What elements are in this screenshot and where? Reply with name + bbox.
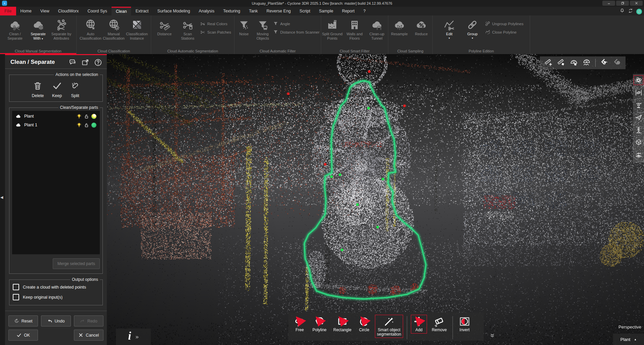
status-green-icon[interactable] [636, 9, 642, 14]
parts-row-plant-1[interactable]: Plant 1 [12, 121, 100, 129]
tab-coord-sys[interactable]: Coord Sys [83, 7, 111, 15]
tool-smart-object-segmentation[interactable]: Smart object segmentation [375, 315, 403, 338]
protractor-polyline-button[interactable] [583, 58, 591, 68]
ribbon-button-classification-instance[interactable]: ClassificationInstance [125, 17, 148, 54]
tab-tank[interactable]: Tank [245, 7, 262, 15]
keep-button[interactable]: Keep [52, 81, 62, 98]
viewport-3d[interactable]: FreePolylineRectangleCircleSmart object … [107, 54, 644, 345]
tab-reverse-eng[interactable]: Reverse Eng [262, 7, 295, 15]
toolbar-collapse-chevron-icon[interactable] [490, 333, 495, 339]
ribbon-button-edit[interactable]: Edit▾ [438, 17, 461, 54]
merge-selected-parts-button[interactable]: Merge selected parts [53, 258, 100, 269]
lock-open-icon[interactable] [84, 114, 89, 119]
projection-label[interactable]: Perspective [618, 325, 641, 330]
measure-add-button[interactable] [544, 58, 552, 68]
tool-free[interactable]: Free [292, 315, 308, 334]
ribbon-button-close-polyline[interactable]: Close Polyline [485, 29, 517, 35]
look-around-button[interactable] [634, 100, 643, 110]
ribbon-button-group[interactable]: Group▾ [461, 17, 484, 54]
checkbox-box[interactable] [13, 294, 19, 300]
pick-sphere-button[interactable] [613, 58, 621, 68]
tab-cloudworx[interactable]: CloudWorx [54, 7, 83, 15]
ribbon-button-ungroup-polylines[interactable]: Ungroup Polylines [485, 21, 523, 27]
tab-texturing[interactable]: Texturing [219, 7, 245, 15]
tab-script[interactable]: Script [295, 7, 315, 15]
walk-button[interactable] [634, 125, 643, 134]
tab-help[interactable]: ? [359, 7, 370, 15]
info-box[interactable]: i » [116, 329, 151, 345]
point-cloud-canvas[interactable] [107, 54, 644, 345]
reset-button[interactable]: Reset [8, 315, 38, 327]
info-icon[interactable]: i [128, 330, 131, 342]
undo-button[interactable]: Undo [41, 315, 71, 327]
ribbon-button-manual-classification[interactable]: ManualClassification [102, 17, 125, 54]
ribbon-button-moving-objects[interactable]: MovingObjects [253, 17, 272, 54]
parts-list[interactable]: PlantPlant 1 [12, 111, 100, 254]
ribbon-button-distance-from-scanner[interactable]: Distance from Scanner [273, 29, 319, 35]
tab-report[interactable]: Report [338, 7, 359, 15]
panel-collapse-arrow[interactable]: ◀ [0, 195, 3, 200]
visibility-bulb-icon[interactable] [77, 123, 82, 128]
tab-clean[interactable]: Clean [112, 7, 131, 15]
tab-sample[interactable]: Sample [315, 7, 338, 15]
view-selector[interactable]: Plant ▲ [613, 334, 644, 345]
tool-polyline[interactable]: Polyline [310, 315, 329, 334]
tab-view[interactable]: View [36, 7, 54, 15]
tab-home[interactable]: Home [16, 7, 36, 15]
close-button[interactable] [630, 1, 643, 6]
ribbon-button-separate-with[interactable]: SeparateWith ▾ [27, 17, 50, 54]
ok-button[interactable]: OK [8, 330, 38, 341]
ribbon-button-distance[interactable]: Distance [153, 17, 176, 54]
bell-icon[interactable] [619, 8, 625, 15]
ribbon-button-scan-patches[interactable]: Scan Patches [200, 29, 231, 35]
fly-button[interactable] [634, 113, 643, 122]
tool-add[interactable]: Add [411, 315, 427, 334]
ribbon-button-reduce[interactable]: Reduce [411, 17, 433, 54]
tool-rectangle[interactable]: Rectangle [331, 315, 353, 334]
orbit-button[interactable] [634, 76, 643, 85]
orbit-constrained-button[interactable] [634, 88, 643, 97]
checkbox-create-a-cloud-with-deleted-points[interactable]: Create a cloud with deleted points [13, 284, 99, 290]
app-logo-icon[interactable]: ‹ [2, 1, 7, 6]
part-color-swatch[interactable] [91, 123, 96, 128]
tab-extract[interactable]: Extract [131, 7, 153, 15]
ribbon-button-noise[interactable]: Noise [234, 17, 253, 54]
sync-icon[interactable] [628, 8, 633, 15]
minimize-button[interactable] [602, 1, 615, 6]
tab-analysis[interactable]: Analysis [195, 7, 219, 15]
view-cube-button[interactable] [634, 138, 643, 147]
ribbon-button-split-ground-points[interactable]: Split GroundPoints [321, 17, 343, 54]
ribbon-button-resample[interactable]: Resample [388, 17, 411, 54]
restore-button[interactable] [616, 1, 629, 6]
ribbon-button-auto-classification[interactable]: AutoClassification [79, 17, 102, 54]
redo-button[interactable]: Redo [74, 315, 103, 327]
comment-icon[interactable] [69, 58, 77, 68]
ribbon-button-separate-by-attributes[interactable]: Separate byAttributes [50, 17, 73, 54]
ribbon-button-angle[interactable]: Angle [273, 21, 290, 27]
help-icon[interactable] [94, 58, 102, 68]
turntable-button[interactable] [634, 150, 643, 159]
ribbon-button-walls-and-floors[interactable]: Walls andFloors [343, 17, 366, 54]
measure-box-button[interactable] [557, 58, 565, 68]
protractor-box-button[interactable] [570, 58, 578, 68]
ribbon-button-clean-up-tunnel[interactable]: Clean-upTunnel [366, 17, 388, 54]
ribbon-button-real-colors[interactable]: Real Colors [200, 21, 227, 27]
ribbon-button-clean-separate[interactable]: Clean /Separate [3, 17, 27, 54]
tool-remove[interactable]: Remove [430, 315, 449, 334]
checkbox-box[interactable] [13, 284, 19, 290]
delete-button[interactable]: Delete [32, 81, 44, 98]
tool-circle[interactable]: Circle [356, 315, 372, 334]
parts-row-plant[interactable]: Plant [12, 112, 100, 121]
checkbox-keep-original-input-s[interactable]: Keep original input(s) [13, 294, 99, 300]
cancel-button[interactable]: Cancel [74, 330, 103, 341]
visibility-bulb-icon[interactable] [77, 114, 82, 119]
tab-file[interactable]: File [0, 7, 16, 15]
pick-arrow-button[interactable] [600, 58, 608, 68]
split-button[interactable]: Split [70, 81, 80, 98]
lock-open-icon[interactable] [84, 123, 89, 128]
expand-chevron-icon[interactable]: » [135, 334, 138, 340]
part-color-swatch[interactable] [91, 114, 96, 119]
tool-invert[interactable]: Invert [457, 315, 473, 334]
popout-icon[interactable] [81, 58, 89, 68]
ribbon-button-scan-stations[interactable]: ScanStations [176, 17, 199, 54]
